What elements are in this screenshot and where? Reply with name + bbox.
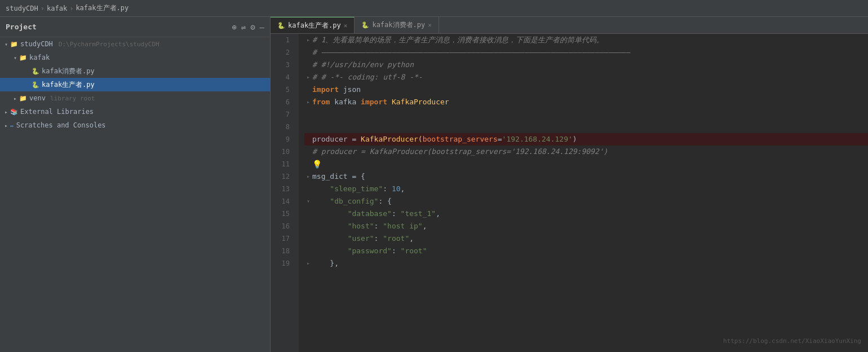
fold-14[interactable]: ▾ [304,195,312,208]
code-line-1: ▸ # 1、先看最简单的场景，生产者生产消息，消费者接收消息，下面是生产者的简单… [304,34,868,46]
code-line-8 [304,121,868,133]
code-indent-15 [312,208,348,220]
ln-1: 1 [271,34,294,46]
ln-10: 10 [271,146,294,158]
code-root2: "root" [401,245,427,257]
code-sleep-key: "sleep_time" [330,183,383,195]
title-bar: studyCDH › kafak › kafak生产者.py [0,0,868,17]
library-icon: 📚 [10,108,18,116]
ln-4: 4 [271,71,294,83]
ln-15: 15 [271,208,294,220]
sep2: › [69,5,73,12]
ln-2: 2 [271,46,294,59]
code-comma-17: , [409,232,414,245]
code-text-1: # 1、先看最简单的场景，生产者生产消息，消费者接收消息，下面是生产者的简单代码… [312,34,604,46]
code-line-6: ▸ from kafka import KafkaProducer [304,96,868,108]
fold-12[interactable]: ▸ [304,170,312,183]
tree-item-scratches[interactable]: ▸ ✏ Scratches and Consoles [0,118,270,132]
gutter: 1 2 3 4 5 6 7 8 9 10 11 1 [271,34,299,352]
code-root: "root" [383,232,409,245]
code-lines: ▸ # 1、先看最简单的场景，生产者生产消息，消费者接收消息，下面是生产者的简单… [299,34,868,352]
code-indent-13 [312,183,330,195]
tab-consumer[interactable]: 🐍 kafak消费者.py ✕ [355,17,439,33]
arrow-down-icon-kafak: ▾ [14,55,17,61]
folder-icon-venv: 📁 [19,95,27,102]
sidebar-title: Project [6,23,37,31]
fold-19[interactable]: ▸ [304,257,312,270]
code-paren: ) [573,133,577,146]
code-eq2: = [498,133,502,146]
code-line-9: producer = KafkaProducer(bootstrap_serve… [304,133,868,146]
code-text-4: # # -*- coding: utf-8 -*- [312,71,423,83]
kw-from: from [312,96,330,108]
code-msgdict: msg_dict [312,170,348,183]
arrow-down-icon: ▾ [5,41,8,47]
tab-close-consumer[interactable]: ✕ [428,21,432,29]
code-line-16: "host": "host ip", [304,220,868,232]
tab-label-consumer: kafak消费者.py [372,20,425,30]
code-line-2: # ——————————————————————————————————————… [304,46,868,59]
code-10: 10 [392,183,401,195]
ln-12: 12 [271,170,294,183]
tree-item-consumer[interactable]: 🐍 kafak消费者.py [0,64,270,78]
code-indent-18 [312,245,348,257]
ln-7: 7 [271,108,294,121]
tree-item-kafak[interactable]: ▾ 📁 kafak [0,51,270,64]
ln-3: 3 [271,59,294,71]
code-line-7 [304,108,868,121]
ln-13: 13 [271,183,294,195]
tab-producer[interactable]: 🐍 kafak生产者.py ✕ [271,17,355,33]
fold-1[interactable]: ▸ [304,34,312,46]
tree-item-producer[interactable]: 🐍 kafak生产者.py [0,78,270,91]
code-database-key: "database" [348,208,392,220]
code-ip: '192.168.24.129' [502,133,573,146]
code-editor[interactable]: 1 2 3 4 5 6 7 8 9 10 11 1 [271,34,868,352]
code-kafka: kafka [330,96,361,108]
tab-label-producer: kafak生产者.py [288,21,341,30]
app-name: studyCDH [6,5,38,12]
ln-17: 17 [271,232,294,245]
minimize-icon[interactable]: — [260,23,264,32]
code-line-14: ▾ "db_config": { [304,195,868,208]
code-user-key: "user" [348,232,374,245]
sidebar-header: Project ⊕ ⇌ ⚙ — [0,17,270,37]
code-line-5: import json [304,83,868,96]
code-dbconfig-key: "db_config" [330,195,378,208]
sidebar: Project ⊕ ⇌ ⚙ — ▾ 📁 studyCDH D:\PycharmP… [0,17,271,352]
code-indent-16 [312,220,348,232]
sidebar-toolbar: ⊕ ⇌ ⚙ — [232,23,264,32]
arrow-right-icon-venv: ▸ [14,95,17,102]
code-colon-13: : [383,183,392,195]
arrow-right-icon-extlib: ▸ [5,109,8,115]
code-json: json [339,83,361,96]
ln-16: 16 [271,220,294,232]
tab-close-producer[interactable]: ✕ [344,22,348,29]
ln-9: 9 [271,133,294,146]
code-line-3: # #!/usr/bin/env python [304,59,868,71]
code-line-18: "password": "root" [304,245,868,257]
ln-18: 18 [271,245,294,257]
code-test1: "test_1" [401,208,436,220]
gear-icon[interactable]: ⚙ [250,23,255,32]
code-line-10: # producer = KafkaProducer(bootstrap_ser… [304,146,868,158]
tree-item-ext-libraries[interactable]: ▸ 📚 External Libraries [0,105,270,118]
breadcrumb: studyCDH › kafak › kafak生产者.py [6,3,129,13]
add-icon[interactable]: ⊕ [232,23,236,32]
folder-icon: 📁 [10,41,18,48]
sync-icon[interactable]: ⇌ [241,23,246,32]
tab-icon-consumer: 🐍 [361,21,369,29]
ln-14: 14 [271,195,294,208]
code-indent-14 [312,195,330,208]
code-text-3: # #!/usr/bin/env python [312,59,414,71]
code-producer-cls: KafkaProducer [387,96,449,108]
tree-item-venv[interactable]: ▸ 📁 venv library root [0,91,270,105]
fold-6[interactable]: ▸ [304,96,312,108]
scratch-icon: ✏ [10,122,14,129]
code-eq: = [348,133,361,146]
tab-icon-producer: 🐍 [277,22,285,29]
editor-area: 🐍 kafak生产者.py ✕ 🐍 kafak消费者.py ✕ 1 2 3 [271,17,868,352]
code-line-12: ▸ msg_dict = { [304,170,868,183]
tree-item-studycdh[interactable]: ▾ 📁 studyCDH D:\PycharmProjects\studyCDH [0,37,270,51]
code-kafkaproducer-fn: KafkaProducer( [361,133,423,146]
fold-4[interactable]: ▸ [304,71,312,83]
